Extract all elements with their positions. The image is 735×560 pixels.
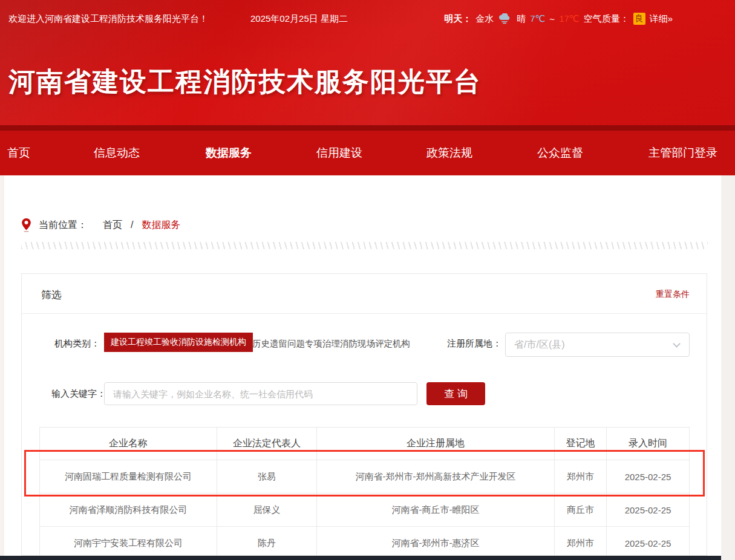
- cell-legal-rep: 屈保义: [217, 493, 317, 527]
- filter-panel: 筛选 重置条件 机构类别： 建设工程竣工验收消防设施检测机构 历史遗留问题专项治…: [21, 273, 707, 556]
- col-header-legal-rep: 企业法定代表人: [217, 428, 317, 460]
- date-text: 2025年02月25日 星期二: [250, 13, 348, 25]
- cell-legal-rep: 张易: [217, 460, 317, 493]
- region-select-placeholder: 省/市/区(县): [514, 339, 565, 351]
- footer-bar: [0, 556, 721, 560]
- temp-tilde: ~: [549, 14, 555, 24]
- cell-entry-date: 2025-02-25: [607, 460, 690, 493]
- tomorrow-label: 明天：: [444, 13, 471, 25]
- page-right-margin: [721, 175, 735, 560]
- nav-item-admin-login[interactable]: 主管部门登录: [648, 145, 717, 161]
- page-left-margin: [0, 175, 4, 560]
- search-button[interactable]: 查 询: [426, 382, 485, 405]
- reset-filters-link[interactable]: 重置条件: [656, 289, 690, 300]
- col-header-entry-date: 录入时间: [607, 428, 690, 460]
- nav-item-credit[interactable]: 信用建设: [316, 145, 362, 161]
- cell-company: 河南固瑞工程质量检测有限公司: [40, 460, 217, 493]
- cloud-icon: [498, 13, 512, 24]
- result-table: 企业名称 企业法定代表人 企业注册属地 登记地 录入时间 河南固瑞工程质量检测有…: [39, 427, 690, 556]
- breadcrumb: 当前位置： 首页 / 数据服务: [21, 218, 180, 232]
- category-option-other[interactable]: 历史遗留问题专项治理消防现场评定机构: [252, 338, 410, 350]
- region-select[interactable]: 省/市/区(县): [505, 333, 690, 357]
- weather-detail-link[interactable]: 详细»: [650, 13, 673, 25]
- keyword-input[interactable]: [104, 382, 417, 405]
- nav-item-policy[interactable]: 政策法规: [426, 145, 472, 161]
- breadcrumb-current: 数据服务: [142, 219, 180, 232]
- site-title: 河南省建设工程消防技术服务阳光平台: [8, 64, 482, 100]
- cell-record-place: 商丘市: [555, 493, 607, 527]
- cell-entry-date: 2025-02-25: [607, 493, 690, 527]
- cell-company: 河南省泽顺消防科技有限公司: [40, 493, 217, 527]
- cell-company: 河南宇宁安装工程有限公司: [40, 527, 217, 556]
- chevron-down-icon: [673, 340, 681, 348]
- filter-title: 筛选: [41, 288, 62, 302]
- main-nav: 首页 信息动态 数据服务 信用建设 政策法规 公众监督 主管部门登录: [0, 125, 735, 175]
- keyword-label: 输入关键字：: [51, 388, 106, 400]
- nav-item-data-service[interactable]: 数据服务: [206, 145, 252, 161]
- air-quality-label: 空气质量：: [584, 13, 629, 25]
- nav-item-home[interactable]: 首页: [7, 145, 30, 161]
- location-pin-icon: [21, 218, 31, 232]
- col-header-company: 企业名称: [40, 428, 217, 460]
- temp-high: 17℃: [559, 13, 580, 24]
- col-header-registered-place: 企业注册属地: [317, 428, 555, 460]
- table-row[interactable]: 河南省泽顺消防科技有限公司 屈保义 河南省-商丘市-睢阳区 商丘市 2025-0…: [40, 493, 690, 527]
- col-header-record-place: 登记地: [555, 428, 607, 460]
- page: 欢迎进入河南省建设工程消防技术服务阳光平台！ 2025年02月25日 星期二 明…: [0, 0, 735, 560]
- weather-widget: 明天： 金水 晴 7℃ ~ 17℃ 空气质量： 良 详细»: [444, 13, 673, 25]
- table-header-row: 企业名称 企业法定代表人 企业注册属地 登记地 录入时间: [40, 428, 690, 460]
- site-header: 欢迎进入河南省建设工程消防技术服务阳光平台！ 2025年02月25日 星期二 明…: [0, 0, 735, 125]
- air-quality-badge: 良: [633, 13, 645, 25]
- slash-divider: [21, 242, 708, 249]
- cell-registered-place: 河南省-郑州市-惠济区: [317, 527, 555, 556]
- table-row[interactable]: 河南宇宁安装工程有限公司 陈丹 河南省-郑州市-惠济区 郑州市 2025-02-…: [40, 527, 690, 556]
- cell-entry-date: 2025-02-25: [607, 527, 690, 556]
- cell-record-place: 郑州市: [555, 527, 607, 556]
- breadcrumb-label: 当前位置：: [39, 219, 87, 232]
- weather-condition: 晴: [517, 13, 526, 25]
- breadcrumb-home-link[interactable]: 首页: [103, 219, 122, 232]
- breadcrumb-separator: /: [131, 220, 133, 230]
- region-label: 注册所属地：: [447, 338, 501, 350]
- category-option-selected[interactable]: 建设工程竣工验收消防设施检测机构: [104, 333, 253, 352]
- cell-registered-place: 河南省-郑州市-郑州高新技术产业开发区: [317, 460, 555, 493]
- cell-registered-place: 河南省-商丘市-睢阳区: [317, 493, 555, 527]
- welcome-text: 欢迎进入河南省建设工程消防技术服务阳光平台！: [8, 13, 208, 25]
- weather-city: 金水: [475, 13, 494, 25]
- table-row[interactable]: 河南固瑞工程质量检测有限公司 张易 河南省-郑州市-郑州高新技术产业开发区 郑州…: [40, 460, 690, 493]
- category-label: 机构类别：: [54, 338, 100, 350]
- nav-item-supervision[interactable]: 公众监督: [537, 145, 583, 161]
- cell-legal-rep: 陈丹: [217, 527, 317, 556]
- temp-low: 7℃: [530, 13, 545, 24]
- nav-item-news[interactable]: 信息动态: [94, 145, 140, 161]
- cell-record-place: 郑州市: [555, 460, 607, 493]
- filter-panel-header: 筛选 重置条件: [22, 274, 707, 314]
- topbar: 欢迎进入河南省建设工程消防技术服务阳光平台！ 2025年02月25日 星期二 明…: [0, 0, 735, 37]
